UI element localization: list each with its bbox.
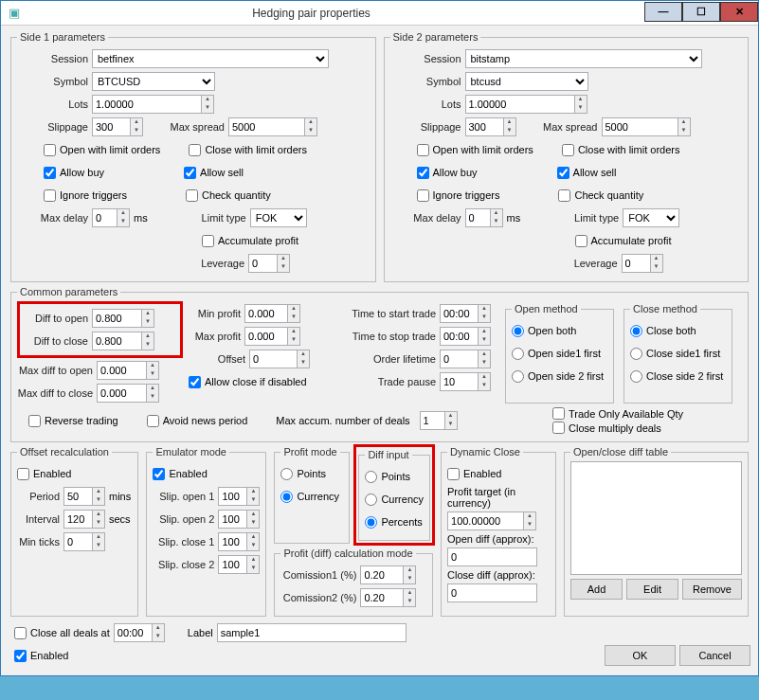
reverse-trading-cb[interactable]: Reverse trading bbox=[28, 415, 118, 427]
spinner-icon[interactable]: ▲▼ bbox=[304, 117, 317, 136]
so1-input[interactable] bbox=[218, 487, 246, 506]
spinner-icon[interactable]: ▲▼ bbox=[152, 623, 165, 642]
add-button[interactable]: Add bbox=[570, 579, 623, 600]
side1-allow-sell-cb[interactable]: Allow sell bbox=[184, 167, 244, 179]
spinner-icon[interactable]: ▲▼ bbox=[117, 208, 130, 227]
open-both-radio[interactable]: Open both bbox=[512, 320, 607, 341]
side2-check-qty-cb[interactable]: Check quantity bbox=[558, 189, 643, 202]
spinner-icon[interactable]: ▲▼ bbox=[130, 117, 143, 136]
side1-slippage-input[interactable] bbox=[92, 117, 130, 136]
opendiff-input[interactable] bbox=[447, 547, 537, 566]
spinner-icon[interactable]: ▲▼ bbox=[287, 327, 300, 346]
side2-lots-input[interactable] bbox=[465, 95, 574, 114]
side2-accum-profit-cb[interactable]: Accumulate profit bbox=[575, 235, 672, 247]
maxdiff-open-input[interactable] bbox=[97, 361, 146, 380]
period-input[interactable] bbox=[63, 487, 92, 506]
cancel-button[interactable]: Cancel bbox=[679, 645, 750, 666]
spinner-icon[interactable]: ▲▼ bbox=[678, 117, 691, 136]
pm-currency-radio[interactable]: Currency bbox=[280, 486, 343, 507]
diff-open-input[interactable] bbox=[92, 309, 141, 328]
label-input[interactable] bbox=[217, 623, 407, 642]
side2-close-limit-cb[interactable]: Close with limit orders bbox=[562, 144, 680, 156]
di-percents-radio[interactable]: Percents bbox=[365, 512, 424, 532]
side1-allow-buy-cb[interactable]: Allow buy bbox=[44, 167, 104, 179]
offset-enabled-cb[interactable]: Enabled bbox=[17, 463, 132, 484]
spinner-icon[interactable]: ▲▼ bbox=[287, 304, 300, 323]
dyn-enabled-cb[interactable]: Enabled bbox=[447, 463, 550, 484]
close-s1-radio[interactable]: Close side1 first bbox=[630, 343, 726, 364]
avoid-news-cb[interactable]: Avoid news period bbox=[147, 415, 248, 427]
close-all-time-input[interactable] bbox=[114, 623, 152, 642]
spinner-icon[interactable]: ▲▼ bbox=[478, 372, 491, 391]
close-button[interactable]: ✕ bbox=[720, 2, 758, 22]
profit-target-input[interactable] bbox=[447, 512, 523, 530]
side1-maxspread-input[interactable] bbox=[228, 117, 304, 136]
side1-check-qty-cb[interactable]: Check quantity bbox=[186, 189, 271, 202]
side1-leverage-input[interactable] bbox=[248, 254, 277, 273]
side1-close-limit-cb[interactable]: Close with limit orders bbox=[189, 144, 307, 156]
com1-input[interactable] bbox=[360, 565, 403, 584]
spinner-icon[interactable]: ▲▼ bbox=[523, 512, 536, 530]
closediff-input[interactable] bbox=[447, 583, 537, 602]
spinner-icon[interactable]: ▲▼ bbox=[92, 532, 105, 551]
minprofit-input[interactable] bbox=[244, 304, 287, 323]
so2-input[interactable] bbox=[218, 510, 246, 529]
side1-lots-input[interactable] bbox=[92, 95, 201, 114]
maxaccum-input[interactable] bbox=[420, 411, 444, 430]
side2-maxspread-input[interactable] bbox=[602, 117, 678, 136]
side1-session-select[interactable]: betfinex bbox=[92, 49, 329, 68]
minimize-button[interactable]: — bbox=[644, 2, 682, 22]
spinner-icon[interactable]: ▲▼ bbox=[277, 254, 290, 273]
spinner-icon[interactable]: ▲▼ bbox=[478, 304, 491, 323]
side1-open-limit-cb[interactable]: Open with limit orders bbox=[44, 144, 160, 156]
side2-ignore-triggers-cb[interactable]: Ignore triggers bbox=[417, 189, 500, 202]
pm-points-radio[interactable]: Points bbox=[280, 463, 343, 484]
offset-input[interactable] bbox=[249, 350, 297, 368]
side1-limittype-select[interactable]: FOK bbox=[250, 208, 307, 227]
spinner-icon[interactable]: ▲▼ bbox=[92, 510, 105, 529]
spinner-icon[interactable]: ▲▼ bbox=[403, 588, 416, 607]
timestart-input[interactable] bbox=[440, 304, 478, 323]
side2-open-limit-cb[interactable]: Open with limit orders bbox=[417, 144, 533, 156]
spinner-icon[interactable]: ▲▼ bbox=[146, 361, 159, 380]
spinner-icon[interactable]: ▲▼ bbox=[574, 95, 587, 114]
di-currency-radio[interactable]: Currency bbox=[365, 489, 424, 510]
spinner-icon[interactable]: ▲▼ bbox=[92, 487, 105, 506]
spinner-icon[interactable]: ▲▼ bbox=[141, 309, 154, 328]
spinner-icon[interactable]: ▲▼ bbox=[141, 332, 154, 350]
tradepause-input[interactable] bbox=[440, 372, 478, 391]
sc2-input[interactable] bbox=[218, 555, 246, 574]
spinner-icon[interactable]: ▲▼ bbox=[403, 565, 416, 584]
side1-symbol-select[interactable]: BTCUSD bbox=[92, 72, 215, 91]
spinner-icon[interactable]: ▲▼ bbox=[478, 350, 491, 368]
side2-symbol-select[interactable]: btcusd bbox=[465, 72, 588, 91]
diff-close-input[interactable] bbox=[92, 332, 141, 350]
spinner-icon[interactable]: ▲▼ bbox=[246, 532, 260, 551]
side2-slippage-input[interactable] bbox=[465, 117, 503, 136]
side2-limittype-select[interactable]: FOK bbox=[623, 208, 679, 227]
side1-ignore-triggers-cb[interactable]: Ignore triggers bbox=[44, 189, 127, 202]
maxprofit-input[interactable] bbox=[244, 327, 287, 346]
side2-allow-buy-cb[interactable]: Allow buy bbox=[417, 167, 478, 179]
side2-maxdelay-input[interactable] bbox=[465, 208, 490, 227]
interval-input[interactable] bbox=[63, 510, 92, 529]
spinner-icon[interactable]: ▲▼ bbox=[503, 117, 516, 136]
edit-button[interactable]: Edit bbox=[626, 579, 678, 600]
spinner-icon[interactable]: ▲▼ bbox=[490, 208, 503, 227]
side2-session-select[interactable]: bitstamp bbox=[465, 49, 702, 68]
diff-table-list[interactable] bbox=[570, 461, 742, 575]
close-multiply-cb[interactable]: Close multiply deals bbox=[552, 422, 742, 434]
spinner-icon[interactable]: ▲▼ bbox=[246, 555, 260, 574]
spinner-icon[interactable]: ▲▼ bbox=[246, 510, 260, 529]
close-both-radio[interactable]: Close both bbox=[630, 320, 726, 341]
spinner-icon[interactable]: ▲▼ bbox=[297, 350, 310, 368]
allow-close-disabled-cb[interactable]: Allow close if disabled bbox=[189, 376, 307, 388]
spinner-icon[interactable]: ▲▼ bbox=[444, 411, 458, 430]
maxdiff-close-input[interactable] bbox=[97, 384, 146, 403]
orderlife-input[interactable] bbox=[440, 350, 478, 368]
side2-allow-sell-cb[interactable]: Allow sell bbox=[557, 167, 617, 179]
close-s2-radio[interactable]: Close side 2 first bbox=[630, 366, 726, 386]
open-s1-radio[interactable]: Open side1 first bbox=[512, 343, 607, 364]
maximize-button[interactable]: ☐ bbox=[682, 2, 720, 22]
spinner-icon[interactable]: ▲▼ bbox=[650, 254, 663, 273]
